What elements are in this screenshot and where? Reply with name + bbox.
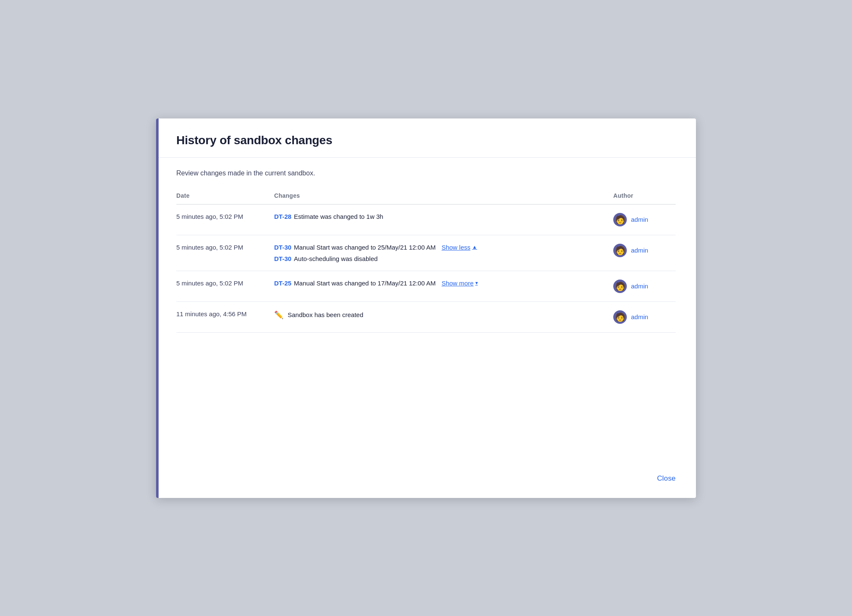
date-cell: 5 minutes ago, 5:02 PM — [176, 271, 269, 301]
modal-accent — [156, 118, 159, 498]
date-cell: 11 minutes ago, 4:56 PM — [176, 301, 269, 332]
issue-link[interactable]: DT-28 — [274, 213, 291, 220]
author-name: admin — [631, 313, 648, 320]
author-cell: 🧑admin — [608, 204, 676, 235]
table-row: 11 minutes ago, 4:56 PM✏️Sandbox has bee… — [176, 301, 676, 332]
avatar: 🧑 — [613, 244, 627, 257]
modal-overlay: History of sandbox changes Review change… — [0, 0, 852, 616]
show-less-button[interactable]: Show less▲ — [442, 244, 477, 251]
change-description: Manual Start was changed to 25/May/21 12… — [294, 244, 436, 251]
sandbox-created-icon: ✏️ — [274, 310, 283, 320]
table-row: 5 minutes ago, 5:02 PMDT-28Estimate was … — [176, 204, 676, 235]
author-cell: 🧑admin — [608, 271, 676, 301]
history-table: Date Changes Author 5 minutes ago, 5:02 … — [176, 189, 676, 333]
issue-link[interactable]: DT-30 — [274, 244, 291, 251]
col-header-changes: Changes — [269, 189, 608, 204]
change-description: Manual Start was changed to 17/May/21 12… — [294, 280, 436, 287]
changes-cell: DT-30Manual Start was changed to 25/May/… — [269, 235, 608, 271]
change-row: ✏️Sandbox has been created — [274, 310, 603, 320]
author-cell: 🧑admin — [608, 235, 676, 271]
modal-dialog: History of sandbox changes Review change… — [156, 118, 696, 498]
author-name: admin — [631, 216, 648, 223]
author-name: admin — [631, 247, 648, 254]
table-row: 5 minutes ago, 5:02 PMDT-25Manual Start … — [176, 271, 676, 301]
chevron-down-icon: ▾ — [475, 280, 478, 286]
date-cell: 5 minutes ago, 5:02 PM — [176, 204, 269, 235]
author-name: admin — [631, 282, 648, 290]
change-row: DT-28Estimate was changed to 1w 3h — [274, 213, 603, 220]
table-header-row: Date Changes Author — [176, 189, 676, 204]
modal-title: History of sandbox changes — [176, 134, 676, 147]
change-description: Estimate was changed to 1w 3h — [294, 213, 383, 220]
change-row: DT-30Manual Start was changed to 25/May/… — [274, 244, 603, 251]
show-more-button[interactable]: Show more▾ — [442, 280, 478, 287]
chevron-up-icon: ▲ — [472, 244, 477, 250]
modal-body: Review changes made in the current sandb… — [156, 158, 696, 463]
modal-subtitle: Review changes made in the current sandb… — [176, 169, 676, 177]
changes-cell: DT-25Manual Start was changed to 17/May/… — [269, 271, 608, 301]
change-description: Auto-scheduling was disabled — [294, 255, 377, 262]
author-cell: 🧑admin — [608, 301, 676, 332]
table-row: 5 minutes ago, 5:02 PMDT-30Manual Start … — [176, 235, 676, 271]
avatar: 🧑 — [613, 213, 627, 226]
avatar: 🧑 — [613, 280, 627, 293]
col-header-author: Author — [608, 189, 676, 204]
modal-footer: Close — [156, 463, 696, 498]
change-row: DT-25Manual Start was changed to 17/May/… — [274, 280, 603, 287]
issue-link[interactable]: DT-30 — [274, 255, 291, 262]
avatar: 🧑 — [613, 310, 627, 324]
date-cell: 5 minutes ago, 5:02 PM — [176, 235, 269, 271]
issue-link[interactable]: DT-25 — [274, 280, 291, 287]
changes-cell: ✏️Sandbox has been created — [269, 301, 608, 332]
col-header-date: Date — [176, 189, 269, 204]
change-row: DT-30Auto-scheduling was disabled — [274, 255, 603, 262]
close-button[interactable]: Close — [657, 471, 676, 486]
modal-header: History of sandbox changes — [156, 118, 696, 158]
change-description: Sandbox has been created — [288, 311, 363, 318]
changes-cell: DT-28Estimate was changed to 1w 3h — [269, 204, 608, 235]
